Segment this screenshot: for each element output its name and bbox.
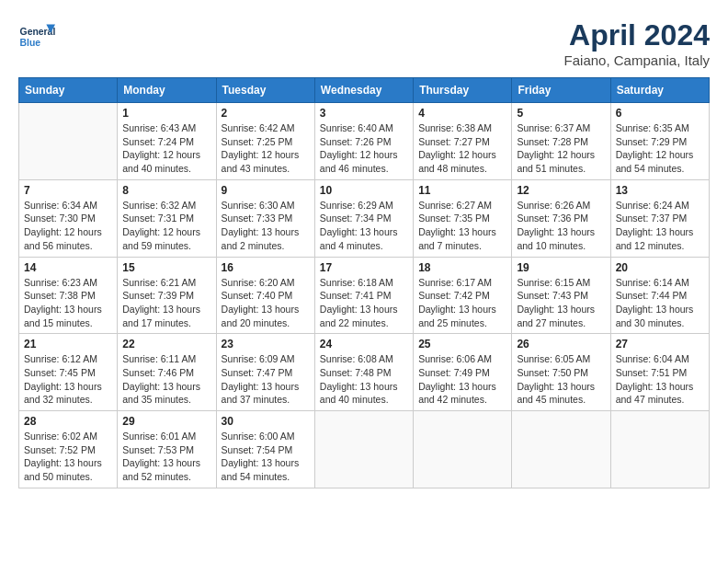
day-info: Sunrise: 6:35 AM Sunset: 7:29 PM Dayligh…	[616, 121, 704, 176]
calendar-week-row: 14Sunrise: 6:23 AM Sunset: 7:38 PM Dayli…	[19, 257, 710, 334]
calendar-cell: 24Sunrise: 6:08 AM Sunset: 7:48 PM Dayli…	[314, 334, 413, 411]
day-info: Sunrise: 6:30 AM Sunset: 7:33 PM Dayligh…	[222, 199, 310, 253]
day-info: Sunrise: 6:15 AM Sunset: 7:43 PM Dayligh…	[517, 276, 605, 330]
calendar-cell	[512, 411, 610, 488]
column-header-sunday: Sunday	[19, 78, 118, 103]
calendar-cell: 1Sunrise: 6:43 AM Sunset: 7:24 PM Daylig…	[118, 103, 216, 180]
day-info: Sunrise: 6:08 AM Sunset: 7:48 PM Dayligh…	[320, 352, 408, 407]
day-info: Sunrise: 6:20 AM Sunset: 7:40 PM Dayligh…	[222, 276, 310, 330]
calendar-week-row: 28Sunrise: 6:02 AM Sunset: 7:52 PM Dayli…	[19, 411, 710, 488]
day-number: 26	[517, 338, 605, 350]
calendar-cell: 25Sunrise: 6:06 AM Sunset: 7:49 PM Dayli…	[414, 334, 512, 411]
calendar-cell: 6Sunrise: 6:35 AM Sunset: 7:29 PM Daylig…	[610, 103, 709, 180]
calendar-cell: 30Sunrise: 6:00 AM Sunset: 7:54 PM Dayli…	[216, 411, 314, 488]
day-number: 14	[24, 261, 112, 274]
calendar-cell: 2Sunrise: 6:42 AM Sunset: 7:25 PM Daylig…	[216, 103, 314, 180]
day-number: 22	[122, 338, 210, 350]
day-info: Sunrise: 6:38 AM Sunset: 7:27 PM Dayligh…	[418, 121, 506, 176]
column-header-thursday: Thursday	[414, 78, 512, 103]
calendar-cell: 10Sunrise: 6:29 AM Sunset: 7:34 PM Dayli…	[314, 179, 413, 257]
day-number: 2	[222, 107, 310, 120]
day-info: Sunrise: 6:32 AM Sunset: 7:31 PM Dayligh…	[122, 199, 210, 253]
day-number: 24	[320, 338, 408, 350]
day-number: 13	[616, 184, 704, 197]
day-info: Sunrise: 6:11 AM Sunset: 7:46 PM Dayligh…	[122, 352, 210, 407]
day-number: 11	[418, 184, 506, 197]
day-info: Sunrise: 6:34 AM Sunset: 7:30 PM Dayligh…	[24, 199, 112, 253]
calendar-cell	[19, 103, 118, 180]
day-number: 29	[122, 415, 210, 428]
calendar-week-row: 1Sunrise: 6:43 AM Sunset: 7:24 PM Daylig…	[19, 103, 710, 180]
calendar-cell: 14Sunrise: 6:23 AM Sunset: 7:38 PM Dayli…	[19, 257, 118, 334]
day-number: 7	[24, 184, 112, 197]
calendar-cell	[414, 411, 512, 488]
column-header-tuesday: Tuesday	[216, 78, 314, 103]
column-header-saturday: Saturday	[610, 78, 709, 103]
day-number: 8	[122, 184, 210, 197]
day-number: 18	[418, 261, 506, 274]
calendar-cell: 19Sunrise: 6:15 AM Sunset: 7:43 PM Dayli…	[512, 257, 610, 334]
calendar-cell: 15Sunrise: 6:21 AM Sunset: 7:39 PM Dayli…	[118, 257, 216, 334]
calendar-cell: 29Sunrise: 6:01 AM Sunset: 7:53 PM Dayli…	[118, 411, 216, 488]
day-info: Sunrise: 6:18 AM Sunset: 7:41 PM Dayligh…	[320, 276, 408, 330]
calendar-cell: 28Sunrise: 6:02 AM Sunset: 7:52 PM Dayli…	[19, 411, 118, 488]
day-info: Sunrise: 6:23 AM Sunset: 7:38 PM Dayligh…	[24, 276, 112, 330]
calendar-week-row: 7Sunrise: 6:34 AM Sunset: 7:30 PM Daylig…	[19, 179, 710, 257]
day-number: 9	[222, 184, 310, 197]
column-header-friday: Friday	[512, 78, 610, 103]
calendar-cell: 27Sunrise: 6:04 AM Sunset: 7:51 PM Dayli…	[610, 334, 709, 411]
calendar-cell	[314, 411, 413, 488]
day-number: 19	[517, 261, 605, 274]
calendar-cell: 9Sunrise: 6:30 AM Sunset: 7:33 PM Daylig…	[216, 179, 314, 257]
column-header-monday: Monday	[118, 78, 216, 103]
day-info: Sunrise: 6:21 AM Sunset: 7:39 PM Dayligh…	[122, 276, 210, 330]
day-number: 28	[24, 415, 112, 428]
day-info: Sunrise: 6:40 AM Sunset: 7:26 PM Dayligh…	[320, 121, 408, 176]
calendar-week-row: 21Sunrise: 6:12 AM Sunset: 7:45 PM Dayli…	[19, 334, 710, 411]
calendar-cell: 5Sunrise: 6:37 AM Sunset: 7:28 PM Daylig…	[512, 103, 610, 180]
day-info: Sunrise: 6:14 AM Sunset: 7:44 PM Dayligh…	[616, 276, 704, 330]
day-number: 27	[616, 338, 704, 350]
day-number: 25	[418, 338, 506, 350]
month-title: April 2024	[564, 18, 710, 52]
day-info: Sunrise: 6:02 AM Sunset: 7:52 PM Dayligh…	[24, 430, 112, 484]
calendar-cell: 18Sunrise: 6:17 AM Sunset: 7:42 PM Dayli…	[414, 257, 512, 334]
day-number: 16	[222, 261, 310, 274]
calendar-cell: 11Sunrise: 6:27 AM Sunset: 7:35 PM Dayli…	[414, 179, 512, 257]
day-info: Sunrise: 6:05 AM Sunset: 7:50 PM Dayligh…	[517, 352, 605, 407]
day-info: Sunrise: 6:01 AM Sunset: 7:53 PM Dayligh…	[122, 430, 210, 484]
calendar-cell: 17Sunrise: 6:18 AM Sunset: 7:41 PM Dayli…	[314, 257, 413, 334]
calendar-cell: 12Sunrise: 6:26 AM Sunset: 7:36 PM Dayli…	[512, 179, 610, 257]
day-info: Sunrise: 6:29 AM Sunset: 7:34 PM Dayligh…	[320, 199, 408, 253]
day-info: Sunrise: 6:09 AM Sunset: 7:47 PM Dayligh…	[222, 352, 310, 407]
calendar-cell: 4Sunrise: 6:38 AM Sunset: 7:27 PM Daylig…	[414, 103, 512, 180]
day-number: 30	[222, 415, 310, 428]
svg-text:Blue: Blue	[20, 38, 41, 48]
day-info: Sunrise: 6:12 AM Sunset: 7:45 PM Dayligh…	[24, 352, 112, 407]
day-number: 3	[320, 107, 408, 120]
day-number: 20	[616, 261, 704, 274]
day-info: Sunrise: 6:06 AM Sunset: 7:49 PM Dayligh…	[418, 352, 506, 407]
page-header: General Blue April 2024 Faiano, Campania…	[18, 18, 710, 68]
day-number: 23	[222, 338, 310, 350]
day-number: 4	[418, 107, 506, 120]
calendar-cell: 26Sunrise: 6:05 AM Sunset: 7:50 PM Dayli…	[512, 334, 610, 411]
day-info: Sunrise: 6:04 AM Sunset: 7:51 PM Dayligh…	[616, 352, 704, 407]
calendar-cell: 21Sunrise: 6:12 AM Sunset: 7:45 PM Dayli…	[19, 334, 118, 411]
calendar-cell: 13Sunrise: 6:24 AM Sunset: 7:37 PM Dayli…	[610, 179, 709, 257]
calendar-cell: 20Sunrise: 6:14 AM Sunset: 7:44 PM Dayli…	[610, 257, 709, 334]
day-info: Sunrise: 6:42 AM Sunset: 7:25 PM Dayligh…	[222, 121, 310, 176]
logo: General Blue	[18, 18, 59, 55]
day-number: 1	[122, 107, 210, 120]
calendar-cell: 22Sunrise: 6:11 AM Sunset: 7:46 PM Dayli…	[118, 334, 216, 411]
day-info: Sunrise: 6:43 AM Sunset: 7:24 PM Dayligh…	[122, 121, 210, 176]
day-number: 21	[24, 338, 112, 350]
day-number: 15	[122, 261, 210, 274]
location-title: Faiano, Campania, Italy	[564, 52, 710, 68]
calendar-cell: 3Sunrise: 6:40 AM Sunset: 7:26 PM Daylig…	[314, 103, 413, 180]
column-header-wednesday: Wednesday	[314, 78, 413, 103]
day-number: 10	[320, 184, 408, 197]
calendar-cell: 16Sunrise: 6:20 AM Sunset: 7:40 PM Dayli…	[216, 257, 314, 334]
day-info: Sunrise: 6:26 AM Sunset: 7:36 PM Dayligh…	[517, 199, 605, 253]
day-info: Sunrise: 6:27 AM Sunset: 7:35 PM Dayligh…	[418, 199, 506, 253]
